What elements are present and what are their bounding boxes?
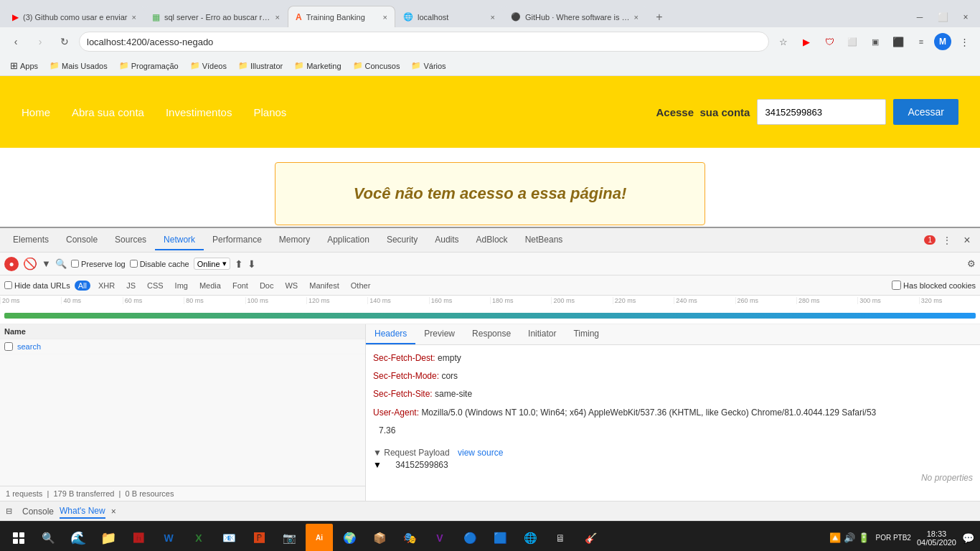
close-window-button[interactable]: × (956, 7, 976, 27)
details-tab-preview[interactable]: Preview (415, 324, 463, 344)
maximize-button[interactable]: ⬜ (933, 7, 953, 27)
devtools-tab-adblock[interactable]: AdBlock (468, 230, 517, 250)
online-dropdown[interactable]: Online ▾ (194, 258, 230, 270)
xhr-filter-tag[interactable]: XHR (95, 281, 118, 291)
hide-data-urls-label[interactable]: Hide data URLs (4, 281, 70, 290)
has-blocked-cookies-label[interactable]: Has blocked cookies (892, 281, 976, 290)
details-tab-timing[interactable]: Timing (565, 324, 608, 344)
forward-button[interactable]: › (30, 32, 50, 52)
taskbar-outlook-icon[interactable]: 📧 (215, 524, 242, 552)
tab-3[interactable]: A Training Banking × (288, 6, 395, 27)
nav-investimentos[interactable]: Investimentos (166, 106, 232, 118)
nav-abra-conta[interactable]: Abra sua conta (72, 106, 144, 118)
preserve-log-label[interactable]: Preserve log (71, 260, 126, 268)
tab-1[interactable]: ▶ (3) Github como usar e enviar × (4, 6, 144, 27)
taskbar-chrome-icon[interactable]: 🌐 (517, 524, 544, 552)
search-icon[interactable]: 🔍 (55, 258, 67, 269)
devtools-tab-elements[interactable]: Elements (4, 230, 57, 250)
taskbar-cmd-icon[interactable]: 🖥 (547, 524, 574, 552)
clear-button[interactable]: 🚫 (23, 257, 37, 271)
details-tab-headers[interactable]: Headers (366, 324, 415, 344)
tab-2-close[interactable]: × (275, 13, 280, 22)
taskbar-access-icon[interactable]: 🅰 (125, 524, 152, 552)
bookmark-programacao[interactable]: 📁 Programação (115, 60, 183, 72)
bottom-toggle-icon[interactable]: ⊟ (6, 507, 12, 516)
taskbar-vscode-icon[interactable]: 🔵 (456, 524, 484, 552)
taskbar-word-icon[interactable]: W (155, 524, 182, 552)
bookmark-marketing[interactable]: 📁 Marketing (290, 60, 345, 72)
taskbar-powerpoint-icon[interactable]: 🅿 (245, 524, 273, 552)
filter-icon[interactable]: ▼ (42, 258, 51, 269)
reload-button[interactable]: ↻ (55, 32, 75, 52)
nav-home[interactable]: Home (22, 106, 50, 118)
taskbar-vs-icon[interactable]: V (426, 524, 453, 552)
taskbar-paint-icon[interactable]: 🎭 (396, 524, 423, 552)
js-filter-tag[interactable]: JS (123, 281, 139, 291)
font-filter-tag[interactable]: Font (229, 281, 252, 291)
other-filter-tag[interactable]: Other (347, 281, 374, 291)
request-row-search[interactable]: search (0, 339, 365, 354)
taskbar-explorer-icon[interactable]: 📁 (95, 524, 122, 552)
taskbar-photo-icon[interactable]: 📷 (275, 524, 303, 552)
preserve-log-checkbox[interactable] (71, 260, 79, 268)
devtools-tab-sources[interactable]: Sources (106, 230, 155, 250)
img-filter-tag[interactable]: Img (171, 281, 192, 291)
extension-icon-4[interactable]: ≡ (911, 32, 931, 52)
has-blocked-cookies-checkbox[interactable] (892, 281, 901, 290)
bookmark-varios[interactable]: 📁 Vários (407, 60, 450, 72)
export-button[interactable]: ⬇ (248, 258, 256, 270)
devtools-tab-performance[interactable]: Performance (204, 230, 270, 250)
menu-button[interactable]: ⋮ (954, 32, 974, 52)
details-tab-response[interactable]: Response (463, 324, 519, 344)
bookmark-mais-usados[interactable]: 📁 Mais Usados (45, 60, 112, 72)
taskbar-extra-icon[interactable]: 🎸 (577, 524, 604, 552)
bank-login-input[interactable] (757, 99, 886, 125)
bookmark-concusos[interactable]: 📁 Concusos (349, 60, 405, 72)
tab-5-close[interactable]: × (634, 13, 639, 22)
request-checkbox-search[interactable] (4, 342, 13, 351)
manifest-filter-tag[interactable]: Manifest (306, 281, 343, 291)
extension-icon-1[interactable]: ⬜ (842, 32, 862, 52)
devtools-tab-console[interactable]: Console (57, 230, 106, 250)
devtools-settings-icon[interactable]: ⚙ (967, 258, 976, 269)
all-filter-tag[interactable]: All (75, 281, 90, 291)
youtube-icon[interactable]: ▶ (796, 32, 816, 52)
speaker-sys-icon[interactable]: 🔊 (844, 532, 855, 543)
tab-2[interactable]: ▦ sql server - Erro ao buscar reg... × (144, 6, 288, 27)
devtools-tab-network[interactable]: Network (155, 230, 204, 250)
taskbar-search-icon[interactable]: 🔍 (34, 524, 62, 552)
taskbar-illustrator-icon[interactable]: Ai (306, 524, 333, 552)
extension-icon-2[interactable]: ▣ (865, 32, 885, 52)
record-button[interactable]: ● (4, 257, 19, 271)
devtools-tab-application[interactable]: Application (319, 230, 378, 250)
profile-avatar[interactable]: M (934, 33, 951, 50)
address-input[interactable] (79, 32, 769, 52)
tab-4[interactable]: 🌐 localhost × (395, 6, 503, 27)
hide-data-urls-checkbox[interactable] (4, 281, 12, 289)
tab-4-close[interactable]: × (491, 13, 495, 22)
disable-cache-label[interactable]: Disable cache (130, 260, 189, 268)
tab-3-close[interactable]: × (383, 13, 387, 22)
network-sys-icon[interactable]: 🔼 (829, 532, 841, 543)
request-payload-toggle[interactable]: ▼ Request Payload view source (373, 446, 973, 460)
details-tab-initiator[interactable]: Initiator (519, 324, 565, 344)
media-filter-tag[interactable]: Media (196, 281, 225, 291)
acessar-button[interactable]: Acessar (893, 99, 958, 125)
taskbar-cortana-icon[interactable]: 🌊 (65, 524, 92, 552)
extension-icon-3[interactable]: ⬛ (888, 32, 908, 52)
minimize-button[interactable]: ─ (910, 7, 930, 27)
back-button[interactable]: ‹ (6, 32, 26, 52)
bookmark-videos[interactable]: 📁 Vídeos (186, 60, 231, 72)
taskbar-terminal-icon[interactable]: 🟦 (486, 524, 514, 552)
taskbar-3d-icon[interactable]: 📦 (366, 524, 393, 552)
new-tab-button[interactable]: + (649, 7, 669, 27)
notification-button[interactable]: 💬 (962, 532, 974, 544)
devtools-tab-netbeans[interactable]: NetBeans (517, 230, 572, 250)
devtools-tab-security[interactable]: Security (378, 230, 426, 250)
disable-cache-checkbox[interactable] (130, 260, 138, 268)
devtools-tab-memory[interactable]: Memory (270, 230, 319, 250)
battery-sys-icon[interactable]: 🔋 (858, 532, 870, 543)
nav-planos[interactable]: Planos (253, 106, 286, 118)
view-source-link[interactable]: view source (458, 448, 503, 458)
start-button[interactable] (6, 525, 32, 551)
